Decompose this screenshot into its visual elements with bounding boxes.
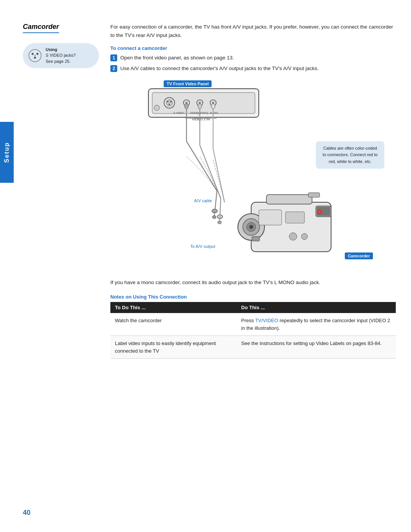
svg-line-36 (215, 191, 217, 210)
svg-text:S VIDEO: S VIDEO (174, 112, 185, 114)
svg-point-57 (318, 210, 322, 214)
step-1: 1 Open the front video panel, as shown o… (110, 54, 396, 62)
svg-point-2 (37, 53, 38, 55)
svg-point-11 (169, 104, 170, 105)
svideo-text: Using S VIDEO jacks? See page 25. (46, 47, 76, 64)
page-number: 40 (23, 509, 30, 517)
two-column-layout: Camcorder Using S VIDEO jacks? See page … (23, 23, 396, 359)
svg-point-1 (32, 53, 33, 55)
svg-line-38 (214, 211, 215, 216)
svg-line-42 (220, 217, 220, 221)
diagram-area: TV Front Video Panel (110, 80, 396, 271)
mono-note: If you have a mono camcorder, connect it… (110, 278, 396, 287)
table-cell-todo-2: Label video inputs to easily identify eq… (110, 336, 237, 359)
camcorder-badge: Camcorder (345, 252, 373, 259)
step-2-number: 2 (110, 65, 117, 72)
right-column: For easy connection of a camcorder, the … (110, 23, 396, 359)
svg-text:VIDEO 2 IN: VIDEO 2 IN (192, 117, 210, 121)
svideo-icon (28, 49, 42, 62)
col-dothis-header: Do This ... (237, 302, 396, 313)
av-output-text: To A/V output (190, 244, 215, 249)
av-cable-label: A/V cable (194, 198, 212, 203)
step-1-number: 1 (110, 54, 117, 61)
svg-point-4 (34, 55, 36, 56)
intro-text: For easy connection of a camcorder, the … (110, 23, 396, 39)
step-2-text: Use A/V cables to connect the camcorder'… (120, 65, 319, 72)
av-cable-text: A/V cable (194, 198, 212, 203)
table-row: Label video inputs to easily identify eq… (110, 336, 396, 359)
svg-point-39 (212, 216, 216, 219)
svideo-note-box: Using S VIDEO jacks? See page 25. (23, 43, 99, 68)
side-tab: Setup (0, 122, 14, 183)
svg-rect-54 (285, 212, 304, 223)
svg-rect-58 (252, 236, 260, 241)
side-tab-label: Setup (3, 142, 10, 163)
main-content: Camcorder Using S VIDEO jacks? See page … (23, 23, 396, 382)
notes-table: To Do This ... Do This ... Watch the cam… (110, 302, 396, 359)
svg-point-34 (198, 104, 202, 109)
svg-rect-52 (308, 193, 320, 197)
svg-point-35 (211, 104, 215, 109)
steps-list: 1 Open the front video panel, as shown o… (110, 54, 396, 73)
table-cell-dothis-1: Press TV/VIDEO repeatedly to select the … (237, 313, 396, 336)
table-row: Watch the camcorder Press TV/VIDEO repea… (110, 313, 396, 336)
svg-line-40 (220, 198, 221, 216)
svg-point-43 (218, 221, 221, 224)
svg-rect-51 (266, 195, 312, 204)
svg-point-9 (167, 101, 169, 102)
diagram-svg: S VIDEO VIDEO L(MONO) AUDIO VIDEO 2 IN (141, 80, 350, 267)
section-heading: Camcorder (23, 23, 59, 33)
svg-point-18 (154, 105, 159, 110)
svg-point-55 (289, 233, 297, 240)
subsection-heading: To connect a camcorder (110, 45, 396, 51)
av-output-label: To A/V output (190, 244, 215, 249)
col-todo-header: To Do This ... (110, 302, 237, 313)
dothis-prefix-1: Press (241, 318, 255, 323)
notes-heading: Notes on Using This Connection (110, 294, 396, 300)
svg-text:L(MONO): L(MONO) (197, 112, 208, 115)
svg-rect-53 (259, 210, 282, 225)
svg-point-10 (170, 101, 172, 102)
cables-note-text: Cables are often color-coded to connecto… (323, 146, 378, 164)
step-2: 2 Use A/V cables to connect the camcorde… (110, 65, 396, 72)
svg-point-33 (185, 104, 188, 109)
table-cell-dothis-2: See the instructions for setting up Vide… (237, 336, 396, 359)
tv-video-link[interactable]: TV/VIDEO (255, 318, 278, 323)
step-1-text: Open the front video panel, as shown on … (120, 54, 234, 62)
table-cell-todo-1: Watch the camcorder (110, 313, 237, 336)
svg-point-3 (34, 57, 36, 59)
table-header-row: To Do This ... Do This ... (110, 302, 396, 313)
svg-point-48 (249, 225, 253, 229)
left-column: Camcorder Using S VIDEO jacks? See page … (23, 23, 99, 359)
svg-point-56 (301, 233, 307, 240)
svg-text:AUDIO: AUDIO (210, 112, 218, 114)
cables-note: Cables are often color-coded to connecto… (316, 141, 384, 169)
